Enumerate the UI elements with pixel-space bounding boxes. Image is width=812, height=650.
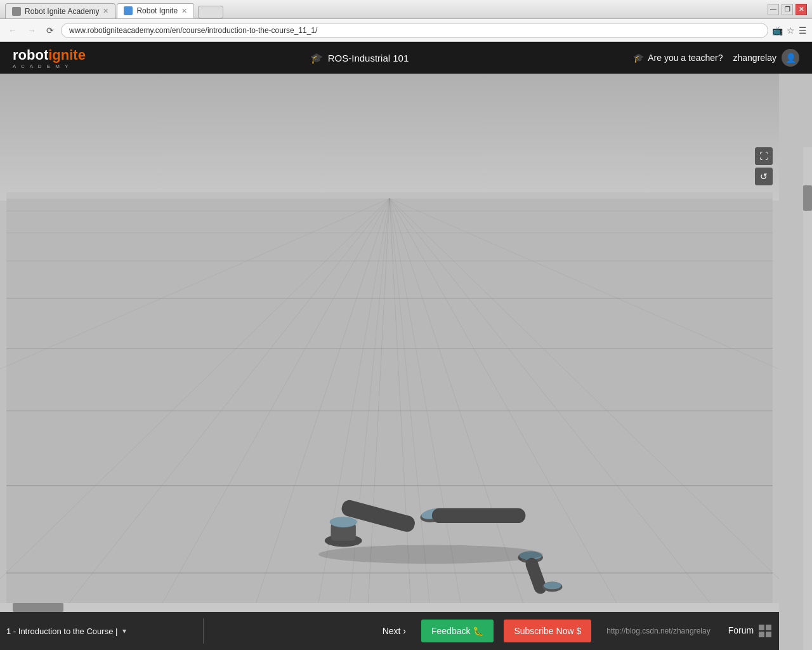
logo-academy-text: A C A D E M Y — [13, 63, 86, 69]
tab2-close[interactable]: ✕ — [181, 7, 187, 15]
address-text: www.robotigniteacademy.com/en/course/int… — [69, 26, 317, 35]
browser-tab-2[interactable]: Robot Ignite ✕ — [117, 3, 194, 18]
fullscreen-button[interactable]: ⛶ — [755, 147, 773, 165]
logo-robot-text: robotignite — [13, 47, 86, 63]
fullscreen-icon: ⛶ — [759, 151, 768, 161]
browser-tab-1[interactable]: Robot Ignite Academy ✕ — [5, 3, 115, 18]
bottom-divider — [203, 618, 204, 644]
site-logo[interactable]: robotignite A C A D E M Y — [13, 47, 86, 69]
cast-icon[interactable]: 📺 — [772, 25, 783, 36]
forum-button[interactable]: Forum — [721, 620, 779, 642]
browser-action-icons: 📺 ☆ ☰ — [772, 25, 807, 36]
svg-point-39 — [318, 545, 543, 564]
svg-point-29 — [330, 517, 357, 527]
teacher-cap-icon: 🎓 — [633, 53, 644, 63]
reset-view-button[interactable]: ↺ — [755, 168, 773, 185]
nav-course-title: 🎓 ROS-Industrial 101 — [86, 52, 633, 64]
course-info-text: 1 - Introduction to the Course | — [6, 627, 117, 636]
browser-tabs: Robot Ignite Academy ✕ Robot Ignite ✕ — [5, 0, 223, 18]
viewport-controls: ⛶ ↺ — [755, 147, 773, 185]
svg-rect-33 — [432, 508, 526, 524]
new-tab-button[interactable] — [198, 6, 223, 18]
next-button[interactable]: Next › — [372, 621, 416, 641]
menu-icon[interactable]: ☰ — [799, 25, 807, 36]
scrollbar-thumb[interactable] — [803, 185, 812, 211]
svg-rect-0 — [6, 196, 773, 603]
reload-button[interactable]: ⟳ — [43, 24, 57, 37]
user-avatar: 👤 — [782, 49, 799, 67]
forum-label: Forum — [728, 625, 754, 635]
back-button[interactable]: ← — [5, 24, 20, 37]
bookmark-icon[interactable]: ☆ — [787, 25, 795, 36]
logo-ignite-text: ignite — [48, 47, 86, 63]
graduation-icon: 🎓 — [310, 52, 323, 64]
nav-right-section: 🎓 Are you a teacher? zhangrelay 👤 — [633, 49, 799, 67]
course-title-text: ROS-Industrial 101 — [328, 53, 409, 63]
course-dropdown-button[interactable]: ▾ — [122, 627, 126, 635]
address-input[interactable]: www.robotigniteacademy.com/en/course/int… — [61, 23, 768, 38]
bottom-scrollbar[interactable] — [0, 603, 779, 612]
bottom-scroll-thumb[interactable] — [13, 603, 63, 612]
right-scrollbar[interactable] — [803, 147, 812, 650]
user-avatar-icon: 👤 — [785, 53, 796, 63]
close-button[interactable]: ✕ — [796, 4, 807, 15]
forum-grid-icon — [759, 625, 771, 637]
minimize-button[interactable]: — — [768, 4, 779, 15]
browser-titlebar: Robot Ignite Academy ✕ Robot Ignite ✕ — … — [0, 0, 812, 19]
user-menu[interactable]: zhangrelay 👤 — [733, 49, 800, 67]
bottom-bar: 1 - Introduction to the Course | ▾ Next … — [0, 612, 779, 650]
bottom-url-text: http://blog.csdn.net/zhangrelay — [606, 627, 710, 635]
site-navbar: robotignite A C A D E M Y 🎓 ROS-Industri… — [0, 42, 812, 74]
window-controls: — ❐ ✕ — [768, 4, 807, 15]
course-info: 1 - Introduction to the Course | ▾ — [6, 627, 197, 636]
browser-wrapper: Robot Ignite Academy ✕ Robot Ignite ✕ — … — [0, 0, 812, 650]
svg-point-38 — [544, 582, 561, 590]
teacher-label-text: Are you a teacher? — [648, 53, 723, 63]
subscribe-button[interactable]: Subscribe Now $ — [504, 620, 591, 642]
ground-grid — [0, 74, 779, 603]
tab1-favicon — [12, 7, 21, 16]
content-area: ⛶ ↺ 1 - Introduction to the Course | ▾ N… — [0, 74, 812, 650]
forward-button[interactable]: → — [24, 24, 39, 37]
username-text: zhangrelay — [733, 53, 777, 63]
svg-rect-1 — [6, 192, 773, 199]
tab1-close[interactable]: ✕ — [103, 7, 108, 15]
teacher-link[interactable]: 🎓 Are you a teacher? — [633, 53, 723, 63]
feedback-button[interactable]: Feedback 🐛 — [421, 620, 494, 642]
tab2-label: Robot Ignite — [136, 6, 178, 15]
restore-button[interactable]: ❐ — [782, 4, 793, 15]
3d-viewport[interactable]: ⛶ ↺ — [0, 74, 779, 603]
address-bar-row: ← → ⟳ www.robotigniteacademy.com/en/cour… — [0, 19, 812, 42]
reset-view-icon: ↺ — [760, 171, 768, 182]
tab1-label: Robot Ignite Academy — [25, 7, 99, 16]
tab2-favicon — [124, 6, 133, 15]
